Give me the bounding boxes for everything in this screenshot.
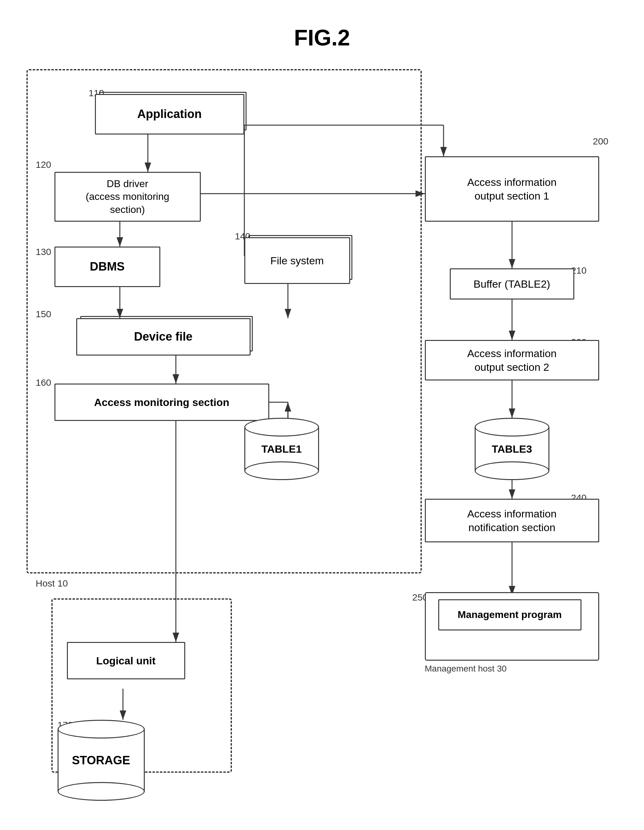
page-title: FIG.2	[0, 0, 644, 51]
storage-cylinder: STORAGE	[58, 720, 145, 801]
db-driver-box: DB driver (access monitoring section)	[54, 172, 201, 222]
label-200: 200	[593, 136, 609, 147]
buffer-box: Buffer (TABLE2)	[450, 268, 574, 299]
access-info-output2-box: Access information output section 2	[425, 340, 599, 380]
device-file-box: Device file	[76, 318, 250, 356]
label-150: 150	[36, 309, 51, 320]
logical-unit-box: Logical unit	[67, 642, 185, 680]
diagram-container: Host 10 Storage 20 110 120 130 140 150 1…	[27, 69, 618, 816]
mgmt-host30-label: Management host 30	[425, 664, 507, 674]
mgmt-host-box: Management program	[425, 592, 599, 661]
host-label: Host 10	[36, 578, 68, 589]
file-system-box: File system	[244, 237, 350, 284]
table3-cylinder: TABLE3	[475, 418, 549, 480]
label-160: 160	[36, 377, 51, 388]
application-box: Application	[95, 94, 244, 135]
access-info-output1-box: Access information output section 1	[425, 156, 599, 222]
access-monitoring-box: Access monitoring section	[54, 383, 269, 421]
label-120: 120	[36, 159, 51, 170]
table1-cylinder: TABLE1	[244, 418, 319, 480]
dbms-box: DBMS	[54, 247, 160, 287]
mgmt-program-box: Management program	[438, 599, 581, 630]
label-130: 130	[36, 247, 51, 257]
access-info-notification-box: Access information notification section	[425, 499, 599, 542]
